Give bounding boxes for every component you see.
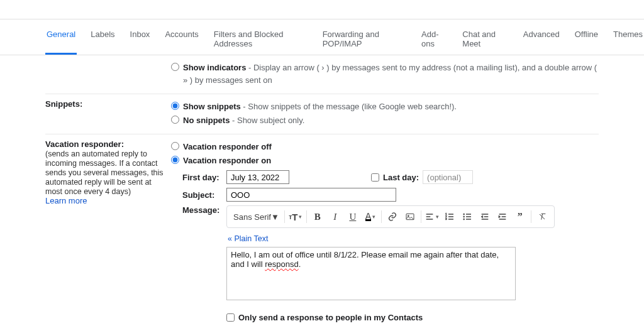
text-color-icon[interactable]: A▾ (362, 209, 379, 225)
link-icon[interactable] (384, 209, 401, 225)
last-day-placeholder: (optional) (423, 170, 473, 184)
indicators-row: Show indicators - Display an arrow ( › )… (45, 55, 599, 94)
underline-icon[interactable]: U (345, 209, 361, 225)
tab-filters-and-blocked-addresses[interactable]: Filters and Blocked Addresses (213, 26, 309, 55)
subject-input[interactable] (226, 188, 396, 202)
tab-advanced[interactable]: Advanced (522, 26, 561, 55)
vacation-off-label: Vacation responder off (183, 141, 272, 153)
svg-point-7 (464, 219, 465, 220)
settings-tabs: GeneralLabelsInboxAccountsFilters and Bl… (0, 19, 644, 55)
indicators-show-radio[interactable] (171, 63, 179, 71)
font-size-icon[interactable]: тT▾ (287, 209, 304, 225)
indicators-show-label: Show indicators - Display an arrow ( › )… (183, 62, 599, 86)
font-family-select[interactable]: Sans Serif▼ (231, 212, 282, 222)
message-label: Message: (182, 205, 220, 215)
vacation-on-radio[interactable] (171, 156, 179, 164)
vacation-title: Vacation responder: (45, 139, 124, 149)
list-bullet-icon[interactable] (459, 209, 475, 225)
indent-less-icon[interactable] (477, 209, 493, 225)
snippets-row: Snippets: Show snippets - Show snippets … (45, 94, 599, 134)
svg-point-5 (464, 214, 465, 215)
snippets-show-radio[interactable] (171, 102, 179, 110)
vacation-row: Vacation responder: (sends an automated … (45, 134, 599, 326)
message-textarea[interactable]: Hello, I am out of office until 8/1/22. … (226, 247, 516, 300)
vacation-on-label: Vacation responder on (183, 155, 271, 167)
tab-forwarding-and-pop-imap[interactable]: Forwarding and POP/IMAP (321, 26, 408, 55)
tab-themes[interactable]: Themes (612, 26, 644, 55)
last-day-checkbox[interactable] (371, 173, 379, 182)
vacation-desc: (sends an automated reply to incoming me… (45, 149, 164, 196)
indent-more-icon[interactable] (494, 209, 511, 225)
vacation-off-radio[interactable] (171, 142, 179, 150)
plain-text-link[interactable]: « Plain Text (226, 232, 269, 247)
snippets-show-label: Show snippets - Show snippets of the mes… (183, 101, 457, 113)
subject-label: Subject: (182, 190, 220, 200)
tab-offline[interactable]: Offline (574, 26, 599, 55)
bold-icon[interactable]: B (309, 209, 326, 225)
snippets-no-label: No snippets - Show subject only. (183, 114, 304, 127)
quote-icon[interactable]: ” (512, 209, 528, 225)
tab-accounts[interactable]: Accounts (164, 26, 199, 55)
clear-format-icon[interactable] (534, 209, 550, 225)
vacation-learn-more-link[interactable]: Learn more (45, 196, 87, 205)
first-day-input[interactable] (226, 170, 289, 184)
tab-add-ons[interactable]: Add-ons (420, 26, 448, 55)
tab-labels[interactable]: Labels (89, 26, 116, 55)
tab-general[interactable]: General (45, 26, 77, 55)
svg-point-6 (464, 216, 465, 217)
image-icon[interactable] (402, 209, 418, 225)
only-contacts-checkbox[interactable] (226, 313, 235, 322)
only-contacts-label: Only send a response to people in my Con… (238, 313, 423, 322)
list-ordered-icon[interactable]: 123 (441, 209, 458, 225)
tab-inbox[interactable]: Inbox (129, 26, 152, 55)
snippets-title: Snippets: (45, 99, 82, 109)
first-day-label: First day: (182, 173, 220, 182)
snippets-no-radio[interactable] (171, 116, 179, 124)
align-icon[interactable]: ▾ (424, 209, 440, 225)
last-day-label: Last day: (383, 173, 419, 182)
format-toolbar: Sans Serif▼ тT▾ B I U A▾ (226, 205, 555, 228)
svg-text:3: 3 (445, 217, 447, 220)
italic-icon[interactable]: I (327, 209, 343, 225)
tab-chat-and-meet[interactable]: Chat and Meet (461, 26, 509, 55)
